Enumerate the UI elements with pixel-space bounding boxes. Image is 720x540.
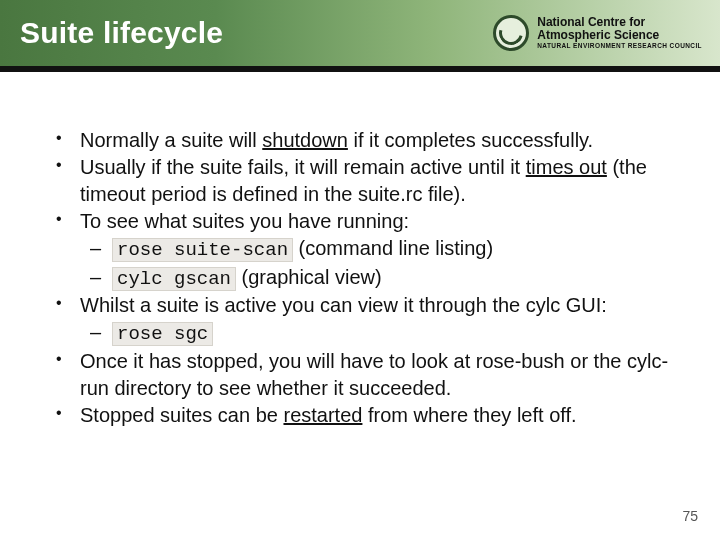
sub-list: rose suite-scan (command line listing) c… [80, 235, 674, 292]
slide-title: Suite lifecycle [20, 16, 223, 50]
sub-item: rose suite-scan (command line listing) [80, 235, 674, 264]
org-line2: Atmospheric Science [537, 29, 702, 42]
org-line3: NATURAL ENVIRONMENT RESEARCH COUNCIL [537, 43, 702, 50]
bullet-item: Whilst a suite is active you can view it… [46, 292, 674, 348]
code-inline: rose suite-scan [112, 238, 293, 262]
bullet-item: Usually if the suite fails, it will rema… [46, 154, 674, 208]
slide-body: Normally a suite will shutdown if it com… [0, 72, 720, 429]
sub-item: cylc gscan (graphical view) [80, 264, 674, 293]
underlined-text: restarted [283, 404, 362, 426]
bullet-item: Once it has stopped, you will have to lo… [46, 348, 674, 402]
sub-list: rose sgc [80, 319, 674, 348]
bullet-list: Normally a suite will shutdown if it com… [46, 127, 674, 429]
bullet-item: Stopped suites can be restarted from whe… [46, 402, 674, 429]
org-branding: National Centre for Atmospheric Science … [493, 15, 702, 51]
org-line1: National Centre for [537, 16, 702, 29]
org-text: National Centre for Atmospheric Science … [537, 16, 702, 50]
underlined-text: times out [526, 156, 607, 178]
page-number: 75 [682, 508, 698, 524]
sub-item: rose sgc [80, 319, 674, 348]
slide-header: Suite lifecycle National Centre for Atmo… [0, 0, 720, 72]
bullet-item: Normally a suite will shutdown if it com… [46, 127, 674, 154]
bullet-item: To see what suites you have running: ros… [46, 208, 674, 292]
code-inline: rose sgc [112, 322, 213, 346]
underlined-text: shutdown [262, 129, 348, 151]
code-inline: cylc gscan [112, 267, 236, 291]
swirl-icon [493, 15, 529, 51]
